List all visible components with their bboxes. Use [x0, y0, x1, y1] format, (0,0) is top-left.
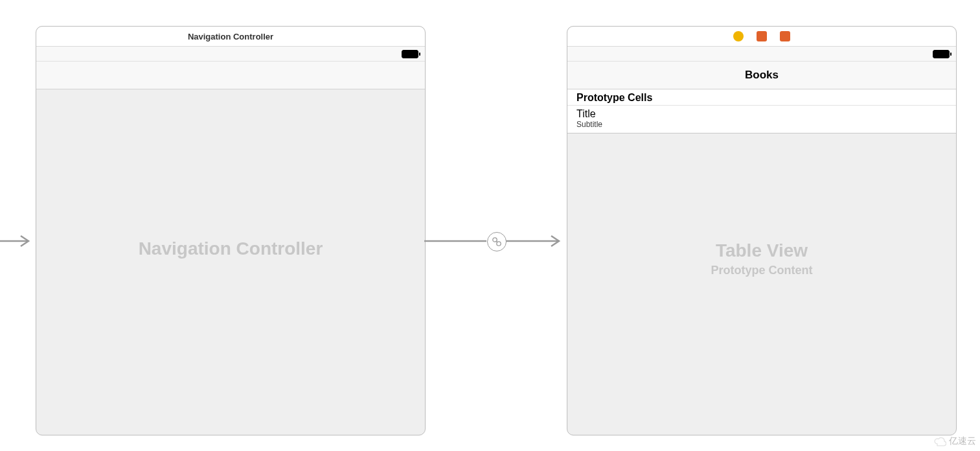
- navigation-controller-placeholder: Navigation Controller: [36, 238, 425, 259]
- navigation-title[interactable]: Books: [745, 69, 779, 82]
- scene-header[interactable]: Navigation Controller: [36, 27, 425, 47]
- watermark-text: 亿速云: [949, 435, 976, 447]
- segue-kind-icon[interactable]: [487, 232, 507, 251]
- status-bar: [567, 47, 956, 62]
- navigation-bar[interactable]: [36, 62, 425, 89]
- prototype-cell[interactable]: Title Subtitle: [567, 106, 956, 133]
- prototype-cells-header: Prototype Cells: [567, 89, 956, 106]
- navigation-controller-scene[interactable]: Navigation Controller Navigation Control…: [36, 26, 426, 435]
- view-controller-icon[interactable]: [733, 31, 744, 41]
- status-bar: [36, 47, 425, 62]
- navigation-bar[interactable]: Books: [567, 62, 956, 89]
- first-responder-icon[interactable]: [757, 31, 767, 41]
- battery-icon: [402, 50, 418, 58]
- table-view-placeholder-title: Table View: [567, 240, 956, 261]
- watermark: 亿速云: [933, 435, 976, 447]
- battery-icon: [933, 50, 950, 58]
- scene-header[interactable]: [567, 27, 956, 47]
- svg-line-5: [496, 241, 497, 242]
- initial-arrow-icon: [0, 235, 36, 248]
- link-icon: [492, 237, 502, 247]
- exit-icon[interactable]: [780, 31, 790, 41]
- cell-title-label: Title: [576, 108, 947, 120]
- table-view-placeholder-subtitle: Prototype Content: [567, 264, 956, 277]
- cell-subtitle-label: Subtitle: [576, 120, 947, 129]
- books-scene[interactable]: Books Prototype Cells Title Subtitle Tab…: [567, 26, 957, 435]
- table-view-placeholder: Table View Prototype Content: [567, 240, 956, 277]
- scene-header-title: Navigation Controller: [188, 32, 273, 41]
